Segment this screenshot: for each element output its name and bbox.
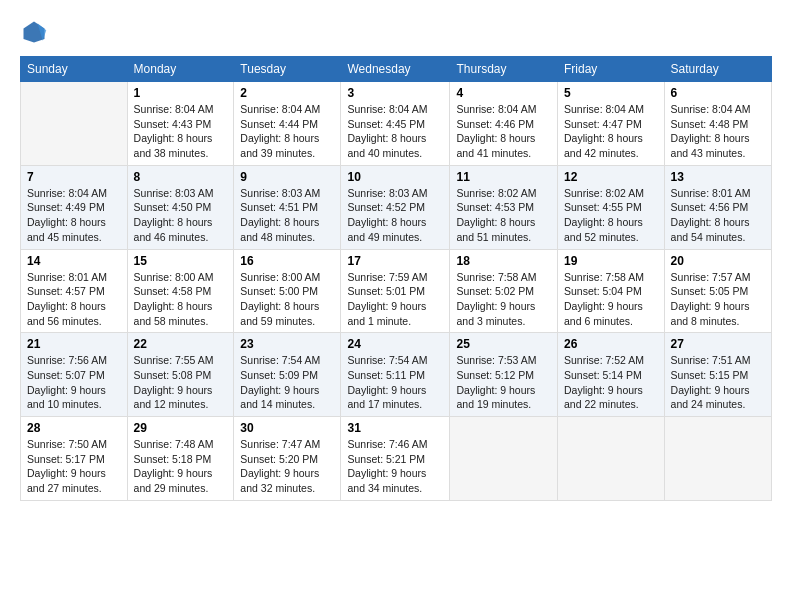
header-day: Monday [127, 57, 234, 82]
header [20, 18, 772, 46]
calendar-cell: 17Sunrise: 7:59 AMSunset: 5:01 PMDayligh… [341, 249, 450, 333]
calendar-table: SundayMondayTuesdayWednesdayThursdayFrid… [20, 56, 772, 501]
day-number: 26 [564, 337, 658, 351]
day-number: 27 [671, 337, 765, 351]
day-number: 1 [134, 86, 228, 100]
day-number: 29 [134, 421, 228, 435]
calendar-cell: 26Sunrise: 7:52 AMSunset: 5:14 PMDayligh… [558, 333, 665, 417]
day-number: 25 [456, 337, 551, 351]
day-info: Sunrise: 8:01 AMSunset: 4:56 PMDaylight:… [671, 186, 765, 245]
header-day: Sunday [21, 57, 128, 82]
calendar-cell: 10Sunrise: 8:03 AMSunset: 4:52 PMDayligh… [341, 165, 450, 249]
day-number: 3 [347, 86, 443, 100]
day-number: 17 [347, 254, 443, 268]
calendar-cell: 3Sunrise: 8:04 AMSunset: 4:45 PMDaylight… [341, 82, 450, 166]
day-info: Sunrise: 7:57 AMSunset: 5:05 PMDaylight:… [671, 270, 765, 329]
day-info: Sunrise: 7:53 AMSunset: 5:12 PMDaylight:… [456, 353, 551, 412]
calendar-cell: 28Sunrise: 7:50 AMSunset: 5:17 PMDayligh… [21, 417, 128, 501]
calendar-cell: 30Sunrise: 7:47 AMSunset: 5:20 PMDayligh… [234, 417, 341, 501]
day-info: Sunrise: 7:59 AMSunset: 5:01 PMDaylight:… [347, 270, 443, 329]
calendar-cell: 9Sunrise: 8:03 AMSunset: 4:51 PMDaylight… [234, 165, 341, 249]
day-info: Sunrise: 7:51 AMSunset: 5:15 PMDaylight:… [671, 353, 765, 412]
day-number: 4 [456, 86, 551, 100]
calendar-cell: 5Sunrise: 8:04 AMSunset: 4:47 PMDaylight… [558, 82, 665, 166]
calendar-cell: 13Sunrise: 8:01 AMSunset: 4:56 PMDayligh… [664, 165, 771, 249]
header-day: Tuesday [234, 57, 341, 82]
day-number: 30 [240, 421, 334, 435]
calendar-cell [664, 417, 771, 501]
day-number: 16 [240, 254, 334, 268]
day-info: Sunrise: 7:47 AMSunset: 5:20 PMDaylight:… [240, 437, 334, 496]
day-info: Sunrise: 8:04 AMSunset: 4:45 PMDaylight:… [347, 102, 443, 161]
day-info: Sunrise: 8:00 AMSunset: 4:58 PMDaylight:… [134, 270, 228, 329]
header-day: Friday [558, 57, 665, 82]
calendar-cell [450, 417, 558, 501]
day-number: 21 [27, 337, 121, 351]
logo [20, 18, 52, 46]
day-info: Sunrise: 7:52 AMSunset: 5:14 PMDaylight:… [564, 353, 658, 412]
day-number: 24 [347, 337, 443, 351]
day-number: 31 [347, 421, 443, 435]
day-info: Sunrise: 8:03 AMSunset: 4:50 PMDaylight:… [134, 186, 228, 245]
calendar-cell: 6Sunrise: 8:04 AMSunset: 4:48 PMDaylight… [664, 82, 771, 166]
day-number: 14 [27, 254, 121, 268]
header-row: SundayMondayTuesdayWednesdayThursdayFrid… [21, 57, 772, 82]
calendar-row: 14Sunrise: 8:01 AMSunset: 4:57 PMDayligh… [21, 249, 772, 333]
calendar-cell: 31Sunrise: 7:46 AMSunset: 5:21 PMDayligh… [341, 417, 450, 501]
day-number: 5 [564, 86, 658, 100]
day-number: 2 [240, 86, 334, 100]
calendar-cell: 18Sunrise: 7:58 AMSunset: 5:02 PMDayligh… [450, 249, 558, 333]
calendar-cell: 23Sunrise: 7:54 AMSunset: 5:09 PMDayligh… [234, 333, 341, 417]
day-info: Sunrise: 7:54 AMSunset: 5:09 PMDaylight:… [240, 353, 334, 412]
day-info: Sunrise: 8:04 AMSunset: 4:43 PMDaylight:… [134, 102, 228, 161]
calendar-cell: 4Sunrise: 8:04 AMSunset: 4:46 PMDaylight… [450, 82, 558, 166]
day-number: 22 [134, 337, 228, 351]
header-day: Wednesday [341, 57, 450, 82]
calendar-cell: 16Sunrise: 8:00 AMSunset: 5:00 PMDayligh… [234, 249, 341, 333]
calendar-row: 21Sunrise: 7:56 AMSunset: 5:07 PMDayligh… [21, 333, 772, 417]
day-number: 6 [671, 86, 765, 100]
calendar-cell: 25Sunrise: 7:53 AMSunset: 5:12 PMDayligh… [450, 333, 558, 417]
day-number: 18 [456, 254, 551, 268]
day-number: 8 [134, 170, 228, 184]
day-number: 7 [27, 170, 121, 184]
calendar-cell [21, 82, 128, 166]
page: SundayMondayTuesdayWednesdayThursdayFrid… [0, 0, 792, 511]
day-info: Sunrise: 7:48 AMSunset: 5:18 PMDaylight:… [134, 437, 228, 496]
day-info: Sunrise: 8:03 AMSunset: 4:51 PMDaylight:… [240, 186, 334, 245]
day-info: Sunrise: 7:58 AMSunset: 5:02 PMDaylight:… [456, 270, 551, 329]
header-day: Saturday [664, 57, 771, 82]
calendar-cell: 12Sunrise: 8:02 AMSunset: 4:55 PMDayligh… [558, 165, 665, 249]
day-info: Sunrise: 7:54 AMSunset: 5:11 PMDaylight:… [347, 353, 443, 412]
day-info: Sunrise: 7:50 AMSunset: 5:17 PMDaylight:… [27, 437, 121, 496]
calendar-row: 7Sunrise: 8:04 AMSunset: 4:49 PMDaylight… [21, 165, 772, 249]
day-number: 11 [456, 170, 551, 184]
calendar-cell: 15Sunrise: 8:00 AMSunset: 4:58 PMDayligh… [127, 249, 234, 333]
calendar-cell: 24Sunrise: 7:54 AMSunset: 5:11 PMDayligh… [341, 333, 450, 417]
day-info: Sunrise: 7:56 AMSunset: 5:07 PMDaylight:… [27, 353, 121, 412]
day-info: Sunrise: 8:04 AMSunset: 4:49 PMDaylight:… [27, 186, 121, 245]
calendar-cell: 14Sunrise: 8:01 AMSunset: 4:57 PMDayligh… [21, 249, 128, 333]
calendar-row: 28Sunrise: 7:50 AMSunset: 5:17 PMDayligh… [21, 417, 772, 501]
day-number: 13 [671, 170, 765, 184]
day-number: 23 [240, 337, 334, 351]
calendar-cell [558, 417, 665, 501]
day-number: 9 [240, 170, 334, 184]
day-number: 10 [347, 170, 443, 184]
day-info: Sunrise: 8:04 AMSunset: 4:47 PMDaylight:… [564, 102, 658, 161]
calendar-cell: 2Sunrise: 8:04 AMSunset: 4:44 PMDaylight… [234, 82, 341, 166]
day-info: Sunrise: 7:46 AMSunset: 5:21 PMDaylight:… [347, 437, 443, 496]
calendar-cell: 8Sunrise: 8:03 AMSunset: 4:50 PMDaylight… [127, 165, 234, 249]
day-info: Sunrise: 8:03 AMSunset: 4:52 PMDaylight:… [347, 186, 443, 245]
day-number: 28 [27, 421, 121, 435]
day-number: 12 [564, 170, 658, 184]
calendar-cell: 27Sunrise: 7:51 AMSunset: 5:15 PMDayligh… [664, 333, 771, 417]
calendar-cell: 22Sunrise: 7:55 AMSunset: 5:08 PMDayligh… [127, 333, 234, 417]
day-info: Sunrise: 7:55 AMSunset: 5:08 PMDaylight:… [134, 353, 228, 412]
calendar-cell: 19Sunrise: 7:58 AMSunset: 5:04 PMDayligh… [558, 249, 665, 333]
calendar-row: 1Sunrise: 8:04 AMSunset: 4:43 PMDaylight… [21, 82, 772, 166]
day-info: Sunrise: 8:01 AMSunset: 4:57 PMDaylight:… [27, 270, 121, 329]
calendar-cell: 11Sunrise: 8:02 AMSunset: 4:53 PMDayligh… [450, 165, 558, 249]
day-info: Sunrise: 8:04 AMSunset: 4:48 PMDaylight:… [671, 102, 765, 161]
day-number: 15 [134, 254, 228, 268]
